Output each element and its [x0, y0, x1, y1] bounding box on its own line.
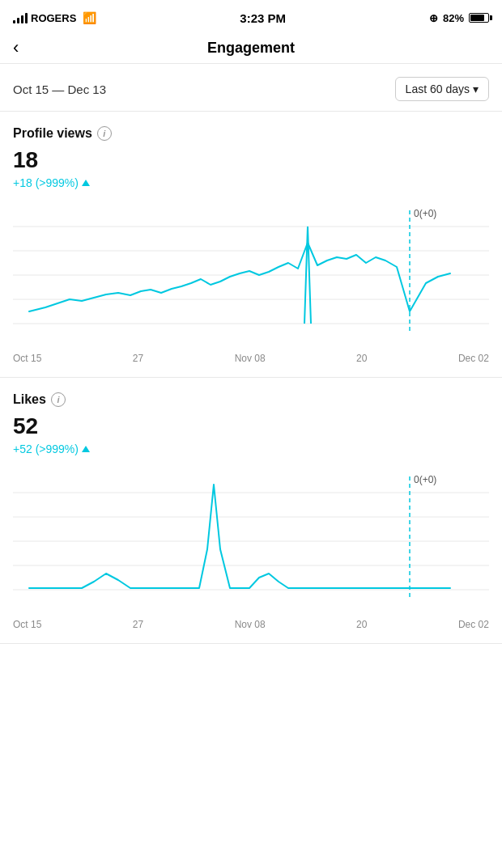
profile-views-x-labels: Oct 15 27 Nov 08 20 Dec 02: [13, 348, 489, 377]
page-title: Engagement: [207, 40, 295, 57]
chevron-down-icon: ▾: [473, 83, 479, 95]
battery-percent: 82%: [443, 12, 464, 24]
profile-views-section: Profile views i 18 +18 (>999%) 0(+0) Oct…: [0, 112, 502, 378]
likes-x-label-27: 27: [133, 619, 143, 630]
profile-views-change: +18 (>999%): [13, 176, 489, 189]
status-left: ROGERS 📶: [13, 11, 96, 24]
profile-views-title: Profile views: [13, 126, 92, 141]
x-label-nov08: Nov 08: [235, 353, 266, 364]
date-range-label: Oct 15 — Dec 13: [13, 83, 106, 96]
profile-views-change-text: +18 (>999%): [13, 176, 79, 189]
likes-x-label-oct15: Oct 15: [13, 619, 41, 630]
likes-title: Likes: [13, 392, 46, 407]
wifi-icon: 📶: [83, 11, 96, 24]
x-label-27: 27: [133, 353, 143, 364]
date-range-row: Oct 15 — Dec 13 Last 60 days ▾: [0, 64, 502, 112]
likes-section: Likes i 52 +52 (>999%) 0(+0) Oct 15 27 N…: [0, 378, 502, 644]
back-button[interactable]: ‹: [13, 39, 19, 57]
likes-info-icon[interactable]: i: [51, 392, 66, 407]
date-filter-button[interactable]: Last 60 days ▾: [395, 77, 489, 101]
likes-x-label-20: 20: [356, 619, 367, 630]
location-icon: ⊕: [429, 12, 438, 24]
likes-x-label-dec02: Dec 02: [458, 619, 489, 630]
profile-views-trend-up-icon: [82, 180, 90, 186]
svg-text:0(+0): 0(+0): [414, 208, 436, 219]
likes-trend-up-icon: [82, 446, 90, 452]
date-filter-label: Last 60 days: [406, 83, 470, 95]
likes-change-text: +52 (>999%): [13, 442, 79, 455]
profile-views-info-icon[interactable]: i: [97, 126, 112, 141]
battery-icon: [469, 13, 489, 23]
status-time: 3:23 PM: [240, 11, 286, 25]
profile-views-value: 18: [13, 147, 489, 173]
signal-bars-icon: [13, 12, 28, 23]
likes-change: +52 (>999%): [13, 442, 489, 455]
status-right: ⊕ 82%: [429, 12, 489, 24]
likes-header: Likes i: [13, 392, 489, 407]
likes-x-label-nov08: Nov 08: [235, 619, 266, 630]
x-label-20: 20: [356, 353, 367, 364]
likes-value: 52: [13, 413, 489, 439]
svg-text:0(+0): 0(+0): [414, 474, 436, 485]
x-label-dec02: Dec 02: [458, 353, 489, 364]
profile-views-header: Profile views i: [13, 126, 489, 141]
header: ‹ Engagement: [0, 32, 502, 64]
carrier-name: ROGERS: [31, 12, 76, 24]
likes-x-labels: Oct 15 27 Nov 08 20 Dec 02: [13, 614, 489, 643]
likes-chart: 0(+0): [13, 468, 489, 614]
x-label-oct15: Oct 15: [13, 353, 41, 364]
profile-views-chart: 0(+0): [13, 202, 489, 348]
status-bar: ROGERS 📶 3:23 PM ⊕ 82%: [0, 0, 502, 32]
